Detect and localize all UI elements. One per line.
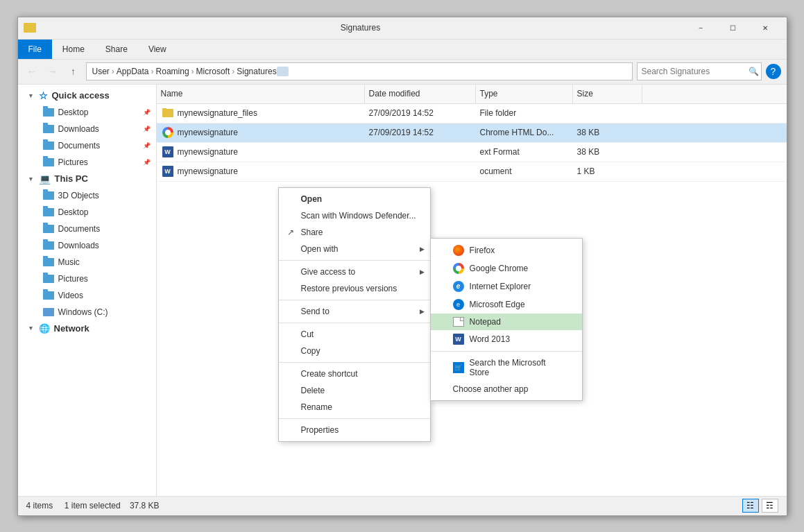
sub-item-another-app[interactable]: Choose another app: [431, 381, 582, 397]
sidebar-item-videos[interactable]: Videos: [18, 287, 156, 304]
path-signatures: Signatures: [237, 67, 276, 76]
network-label: Network: [54, 323, 89, 334]
documents-icon: [43, 140, 54, 151]
desktop-pc-icon: [43, 207, 54, 218]
file-row-2[interactable]: W mynewsignature ext Format 38 KB: [157, 143, 787, 162]
file-row-3[interactable]: W mynewsignature ocument 1 KB: [157, 162, 787, 182]
forward-button[interactable]: →: [44, 63, 61, 80]
tab-view[interactable]: View: [138, 40, 177, 59]
col-header-modified[interactable]: Date modified: [365, 85, 476, 103]
sub-item-word[interactable]: W Word 2013: [431, 330, 582, 348]
search-input[interactable]: [642, 67, 746, 76]
cm-cut[interactable]: Cut: [279, 326, 430, 343]
minimize-button[interactable]: −: [685, 17, 717, 39]
view-tiles-button[interactable]: ☶: [762, 499, 778, 513]
sub-item-edge[interactable]: e Microsoft Edge: [431, 295, 582, 314]
search-box: 🔍: [637, 62, 762, 80]
this-pc-icon: 💻: [39, 173, 51, 185]
sub-item-chrome[interactable]: Google Chrome: [431, 259, 582, 277]
sidebar: ▾ ☆ Quick access Desktop 📌 Downloads 📌: [18, 85, 157, 496]
tab-home[interactable]: Home: [52, 40, 95, 59]
ribbon-tabs: File Home Share View: [18, 40, 787, 59]
tab-file[interactable]: File: [18, 40, 52, 59]
col-header-size[interactable]: Size: [573, 85, 642, 103]
sidebar-section-this-pc[interactable]: ▾ 💻 This PC: [18, 171, 156, 187]
titlebar-icons: [24, 23, 36, 33]
sidebar-item-pictures-pc[interactable]: Pictures: [18, 271, 156, 287]
sidebar-item-windows-c[interactable]: Windows (C:): [18, 304, 156, 320]
sidebar-item-documents-quick[interactable]: Documents 📌: [18, 137, 156, 154]
quick-access-arrow: ▾: [29, 92, 36, 99]
sidebar-item-3d-objects[interactable]: 3D Objects: [18, 187, 156, 204]
cm-open-with[interactable]: Open with Firefox Google Chrome e: [279, 241, 430, 257]
file-modified-0: 27/09/2019 14:52: [365, 108, 476, 118]
cm-properties[interactable]: Properties: [279, 422, 430, 438]
file-type-1: Chrome HTML Do...: [476, 128, 573, 137]
context-menu: Open Scan with Windows Defender... ↗ Sha…: [278, 187, 431, 442]
sidebar-item-music[interactable]: Music: [18, 254, 156, 271]
cm-sep5: [279, 418, 430, 419]
col-header-name[interactable]: Name: [157, 85, 365, 103]
file-list: Name Date modified Type Size mynewsignat…: [157, 85, 787, 496]
file-size-1: 38 KB: [573, 128, 642, 137]
path-end-badge: [277, 67, 289, 76]
downloads-icon: [43, 123, 54, 135]
sidebar-section-quick-access[interactable]: ▾ ☆ Quick access: [18, 87, 156, 104]
window-folder-icon: [24, 23, 36, 33]
sidebar-item-downloads-pc[interactable]: Downloads: [18, 237, 156, 254]
close-button[interactable]: ✕: [749, 17, 781, 39]
maximize-button[interactable]: ☐: [717, 17, 749, 39]
sub-item-notepad[interactable]: Notepad: [431, 314, 582, 330]
help-button[interactable]: ?: [766, 64, 781, 79]
sidebar-label-documents-pc: Documents: [58, 224, 101, 234]
sidebar-item-desktop-quick[interactable]: Desktop 📌: [18, 104, 156, 121]
file-type-0: File folder: [476, 108, 573, 118]
tab-share[interactable]: Share: [95, 40, 138, 59]
sidebar-label-desktop-quick: Desktop: [58, 108, 89, 117]
word-file-icon-txt: W: [162, 146, 173, 157]
file-row-1[interactable]: mynewsignature 27/09/2019 14:52 Chrome H…: [157, 123, 787, 143]
search-icon: 🔍: [749, 67, 759, 76]
sub-separator: [431, 351, 582, 352]
file-name-3: W mynewsignature: [157, 166, 365, 177]
path-microsoft: Microsoft: [196, 67, 230, 76]
cm-send-to[interactable]: Send to: [279, 303, 430, 320]
address-path[interactable]: User › AppData › Roaming › Microsoft › S…: [86, 62, 633, 80]
pin-icon-downloads: 📌: [143, 126, 151, 132]
sidebar-label-pictures-pc: Pictures: [58, 274, 88, 284]
cm-rename[interactable]: Rename: [279, 399, 430, 415]
path-roaming: Roaming: [156, 67, 189, 76]
statusbar: 4 items 1 item selected 37.8 KB ☷ ☶: [18, 496, 787, 515]
cm-give-access[interactable]: Give access to: [279, 264, 430, 280]
back-button[interactable]: ←: [24, 63, 40, 80]
cm-copy[interactable]: Copy: [279, 343, 430, 359]
open-with-submenu: Firefox Google Chrome e Internet Explore…: [430, 238, 583, 401]
sidebar-item-downloads-quick[interactable]: Downloads 📌: [18, 121, 156, 137]
sidebar-label-music: Music: [58, 257, 80, 267]
sub-item-ie[interactable]: e Internet Explorer: [431, 277, 582, 295]
cm-open[interactable]: Open: [279, 191, 430, 207]
cm-share[interactable]: ↗ Share: [279, 224, 430, 241]
word-icon: W: [453, 334, 464, 345]
col-header-type[interactable]: Type: [476, 85, 573, 103]
cm-create-shortcut[interactable]: Create shortcut: [279, 366, 430, 382]
up-button[interactable]: ↑: [65, 63, 82, 80]
sidebar-item-desktop-pc[interactable]: Desktop: [18, 204, 156, 221]
cm-delete[interactable]: Delete: [279, 382, 430, 399]
chrome-file-icon: [162, 127, 173, 138]
cm-scan[interactable]: Scan with Windows Defender...: [279, 207, 430, 224]
cm-restore[interactable]: Restore previous versions: [279, 280, 430, 297]
cm-sep2: [279, 300, 430, 300]
sidebar-label-documents-quick: Documents: [58, 141, 101, 151]
file-row-0[interactable]: mynewsignature_files 27/09/2019 14:52 Fi…: [157, 104, 787, 123]
sidebar-section-network[interactable]: ▾ 🌐 Network: [18, 320, 156, 336]
sidebar-label-videos: Videos: [58, 291, 83, 300]
sub-item-store[interactable]: 🛒 Search the Microsoft Store: [431, 354, 582, 381]
view-details-button[interactable]: ☷: [742, 499, 759, 513]
path-appdata: AppData: [117, 67, 149, 76]
file-modified-1: 27/09/2019 14:52: [365, 128, 476, 137]
share-icon: ↗: [284, 226, 297, 239]
sidebar-item-documents-pc[interactable]: Documents: [18, 221, 156, 237]
sidebar-item-pictures-quick[interactable]: Pictures 📌: [18, 154, 156, 171]
sub-item-firefox[interactable]: Firefox: [431, 241, 582, 259]
